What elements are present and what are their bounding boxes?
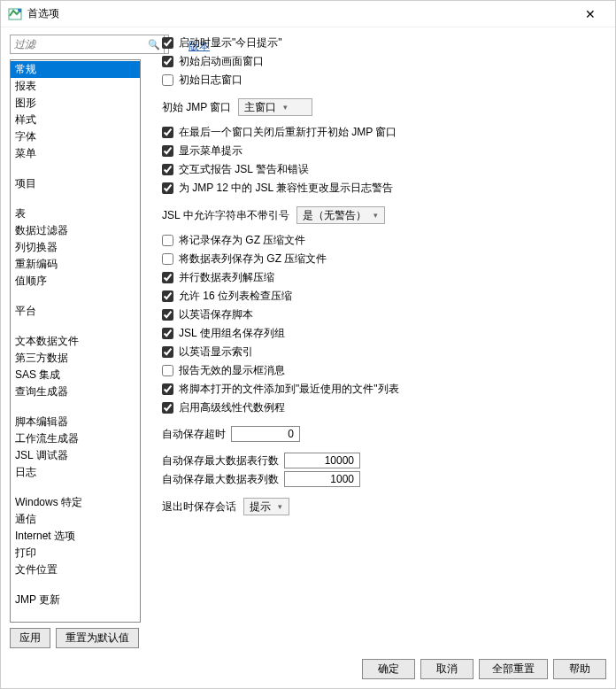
settings-panel: 启动时显示"今日提示" 初始启动画面窗口 初始日志窗口 初始 JMP 窗口 主窗… [141, 35, 606, 648]
category-item[interactable]: 平台 [11, 303, 140, 320]
titlebar: 首选项 ✕ [1, 1, 615, 27]
label-save-english: 以英语保存脚本 [179, 307, 253, 322]
category-separator [11, 578, 140, 592]
reset-defaults-button[interactable]: 重置为默认值 [56, 628, 139, 648]
checkbox-parallel-decomp[interactable] [162, 272, 173, 283]
category-item[interactable]: 报表 [11, 78, 140, 95]
chevron-down-icon: ▾ [278, 502, 282, 511]
category-item[interactable]: 文件位置 [11, 561, 140, 578]
ok-button[interactable]: 确定 [362, 659, 415, 679]
app-icon [8, 7, 22, 21]
checkbox-gz-records[interactable] [162, 235, 173, 246]
label-exit-session: 退出时保存会话 [162, 499, 236, 515]
category-item[interactable]: 列切换器 [11, 239, 140, 256]
category-item[interactable]: 通信 [11, 511, 140, 528]
footer: 确定 取消 全部重置 帮助 [1, 652, 615, 688]
chevron-down-icon: ▾ [373, 211, 378, 220]
checkbox-index-english[interactable] [162, 346, 173, 358]
label-add-recent: 将脚本打开的文件添加到"最近使用的文件"列表 [179, 382, 399, 397]
checkbox-add-recent[interactable] [162, 383, 173, 395]
category-separator [11, 290, 140, 303]
category-separator [11, 481, 140, 494]
label-16bit-check: 允许 16 位列表检查压缩 [179, 289, 292, 304]
label-index-english: 以英语显示索引 [179, 344, 253, 360]
category-item[interactable]: 打印 [11, 545, 140, 561]
select-initial-window[interactable]: 主窗口▾ [238, 98, 312, 116]
checkbox-advanced-linalg[interactable] [162, 402, 173, 414]
label-gz-records: 将记录保存为 GZ 压缩文件 [179, 233, 305, 248]
apply-button[interactable]: 应用 [10, 628, 50, 648]
reset-all-button[interactable]: 全部重置 [479, 659, 548, 679]
category-item[interactable]: 样式 [11, 112, 140, 128]
checkbox-16bit-check[interactable] [162, 290, 173, 302]
label-menu-tips: 显示菜单提示 [179, 143, 243, 159]
select-jsl-quotes[interactable]: 是（无警告）▾ [296, 206, 385, 224]
cancel-button[interactable]: 取消 [420, 659, 474, 679]
checkbox-invalid-displaybox[interactable] [162, 365, 173, 376]
checkbox-gz-columns[interactable] [162, 253, 173, 265]
checkbox-jsl-warnings[interactable] [162, 164, 173, 175]
category-item[interactable]: 常规 [11, 61, 140, 78]
category-separator [11, 320, 140, 333]
input-autosave-maxrows[interactable] [284, 453, 360, 468]
label-invalid-displaybox: 报告无效的显示框消息 [179, 363, 285, 378]
label-splash: 初始启动画面窗口 [179, 54, 264, 69]
label-parallel-decomp: 并行数据表列解压缩 [179, 270, 274, 285]
window-title: 首选项 [27, 6, 573, 21]
checkbox-reopen-initial[interactable] [162, 127, 173, 138]
category-item[interactable]: 菜单 [11, 145, 140, 162]
category-item[interactable]: JSL 调试器 [11, 447, 140, 464]
category-item[interactable]: 项目 [11, 175, 140, 192]
select-exit-session[interactable]: 提示▾ [243, 498, 289, 515]
category-list[interactable]: 常规报表图形样式字体菜单项目表数据过滤器列切换器重新编码值顺序平台文本数据文件第… [10, 59, 141, 623]
chevron-down-icon: ▾ [283, 103, 288, 112]
category-item[interactable]: 值顺序 [11, 273, 140, 290]
left-panel: 🔍 ▾ 版本 常规报表图形样式字体菜单项目表数据过滤器列切换器重新编码值顺序平台… [10, 35, 141, 648]
category-item[interactable]: 字体 [11, 128, 140, 145]
label-advanced-linalg: 启用高级线性代数例程 [179, 400, 285, 415]
checkbox-save-english[interactable] [162, 309, 173, 321]
input-autosave-timeout[interactable] [231, 426, 300, 442]
category-item[interactable]: 图形 [11, 95, 140, 112]
label-group-names: JSL 使用组名保存列组 [179, 326, 285, 341]
checkbox-group-names[interactable] [162, 328, 173, 339]
category-item[interactable]: JMP 更新 [11, 592, 140, 608]
category-item[interactable]: 数据过滤器 [11, 222, 140, 239]
category-item[interactable]: 脚本编辑器 [11, 414, 140, 430]
category-separator [11, 400, 140, 414]
label-jmp12-compat: 为 JMP 12 中的 JSL 兼容性更改显示日志警告 [179, 181, 393, 196]
category-item[interactable]: 查询生成器 [11, 383, 140, 400]
label-autosave-maxcols: 自动保存最大数据表列数 [162, 472, 279, 487]
category-item[interactable]: 第三方数据 [11, 350, 140, 367]
label-jsl-warnings: 交互式报告 JSL 警告和错误 [179, 162, 309, 177]
checkbox-menu-tips[interactable] [162, 145, 173, 157]
category-item[interactable]: SAS 集成 [11, 367, 140, 383]
category-item[interactable]: 日志 [11, 464, 140, 481]
label-autosave-maxrows: 自动保存最大数据表行数 [162, 453, 279, 468]
label-initial-window: 初始 JMP 窗口 [162, 100, 231, 115]
label-log-window: 初始日志窗口 [179, 73, 243, 88]
category-item[interactable]: Windows 特定 [11, 494, 140, 511]
checkbox-log-window[interactable] [162, 74, 173, 86]
checkbox-show-tip[interactable] [162, 37, 173, 49]
checkbox-splash[interactable] [162, 56, 173, 67]
preferences-window: 首选项 ✕ 🔍 ▾ 版本 常规报表图形样式字体菜单项目表数据过滤器列切换器重新编… [0, 0, 616, 689]
search-input[interactable] [14, 38, 148, 50]
label-gz-columns: 将数据表列保存为 GZ 压缩文件 [179, 252, 327, 267]
label-jsl-quotes: JSL 中允许字符串不带引号 [162, 208, 289, 223]
label-reopen-initial: 在最后一个窗口关闭后重新打开初始 JMP 窗口 [179, 125, 397, 140]
category-item[interactable]: 重新编码 [11, 256, 140, 273]
label-autosave-timeout: 自动保存超时 [162, 427, 226, 442]
checkbox-jmp12-compat[interactable] [162, 182, 173, 194]
category-item[interactable]: Internet 选项 [11, 528, 140, 545]
category-item[interactable]: 表 [11, 205, 140, 222]
content-area: 🔍 ▾ 版本 常规报表图形样式字体菜单项目表数据过滤器列切换器重新编码值顺序平台… [1, 27, 615, 652]
label-show-tip: 启动时显示"今日提示" [179, 35, 282, 50]
help-button[interactable]: 帮助 [553, 659, 606, 679]
category-separator [11, 192, 140, 205]
input-autosave-maxcols[interactable] [284, 471, 360, 487]
category-item[interactable]: 文本数据文件 [11, 333, 140, 350]
category-separator [11, 162, 140, 175]
close-button[interactable]: ✕ [573, 7, 608, 21]
category-item[interactable]: 工作流生成器 [11, 430, 140, 447]
